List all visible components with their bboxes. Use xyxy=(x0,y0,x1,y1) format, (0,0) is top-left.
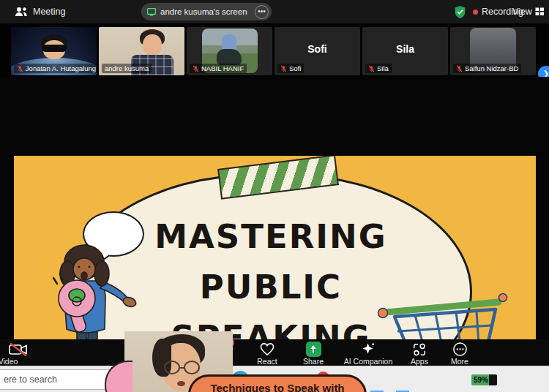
participants-strip: Jonatan A. Hutagalung andre kusuma xyxy=(0,23,549,77)
photo-motorbike xyxy=(217,49,242,65)
muted-mic-icon xyxy=(368,65,375,72)
share-options-icon[interactable]: ••• xyxy=(255,5,269,19)
zoom-control-toolbar: Video 43 Participants 2 Chat xyxy=(0,339,549,366)
participant-name: Saifun Nidzar-BD xyxy=(465,64,518,72)
share-button[interactable]: Share xyxy=(288,342,339,366)
participant-tile-sofi[interactable]: Sofi Sofi xyxy=(274,27,360,75)
participant-tile-saifun[interactable]: Saifun Nidzar-BD xyxy=(450,27,536,75)
video-off-icon xyxy=(9,342,28,357)
shared-screen-label: andre kusuma's screen xyxy=(160,7,250,16)
subtitle-line1: Techniques to Speak with xyxy=(190,381,365,392)
more-dots-icon xyxy=(452,342,468,357)
glasses xyxy=(164,361,200,374)
share-screen-icon xyxy=(306,342,321,357)
zoom-meeting-window: Meeting andre kusuma's screen ••• Record… xyxy=(0,0,549,392)
muted-mic-icon xyxy=(17,65,23,72)
participant-name: Sila xyxy=(377,64,389,72)
participant-name-tag: andre kusuma xyxy=(102,64,152,73)
participant-name-tag: NABIL HANIF xyxy=(190,64,247,73)
ai-companion-button[interactable]: AI Companion xyxy=(339,342,397,366)
shared-screen-area: MASTERING PUBLIC SPEAKING Techniques to … xyxy=(0,77,549,339)
meeting-label: Meeting xyxy=(33,0,65,23)
muted-mic-icon xyxy=(456,65,463,72)
ai-companion-sparkle-icon xyxy=(361,342,376,357)
face xyxy=(143,34,162,56)
shared-screen-pill[interactable]: andre kusuma's screen ••• xyxy=(141,3,272,20)
muted-mic-icon xyxy=(280,65,287,72)
ai-companion-label: AI Companion xyxy=(339,357,397,366)
slide-title-line1: MASTERING xyxy=(70,211,472,262)
participant-tile-sila[interactable]: Sila Sila xyxy=(362,27,448,75)
participant-name-tag: Sila xyxy=(365,64,392,73)
view-label[interactable]: View xyxy=(512,0,532,23)
participant-name: andre kusuma xyxy=(105,64,149,72)
sunglasses-icon xyxy=(42,45,67,52)
react-button[interactable]: React xyxy=(242,342,293,366)
participant-name-tag: Jonatan A. Hutagalung xyxy=(14,64,97,73)
participant-tile-jonatan[interactable]: Jonatan A. Hutagalung xyxy=(11,27,97,75)
meeting-icon xyxy=(15,6,28,18)
video-button[interactable]: Video xyxy=(0,342,34,366)
shared-screen-icon xyxy=(147,8,156,16)
slide-title-line2: PUBLIC xyxy=(70,262,472,312)
participant-name: Jonatan A. Hutagalung xyxy=(26,64,96,72)
participant-display-name: Sofi xyxy=(274,43,360,55)
participant-name: Sofi xyxy=(289,64,301,72)
participant-tile-nabil[interactable]: NABIL HANIF xyxy=(187,27,272,75)
participant-name-tag: Sofi xyxy=(277,64,304,73)
taskbar-search-input[interactable]: ere to search xyxy=(0,369,113,390)
slide-subtitle-banner: Techniques to Speak with Confidence and … xyxy=(188,374,367,392)
participant-display-name: Sila xyxy=(362,43,448,55)
more-button[interactable]: More xyxy=(434,342,485,366)
meeting-top-bar: Meeting andre kusuma's screen ••• Record… xyxy=(0,0,549,23)
recording-dot-icon xyxy=(473,10,478,15)
more-label: More xyxy=(434,357,485,366)
react-label: React xyxy=(242,357,293,366)
participant-name: NABIL HANIF xyxy=(201,64,244,72)
heart-icon xyxy=(259,342,275,356)
muted-mic-icon xyxy=(193,65,199,72)
battery-indicator[interactable]: 59% xyxy=(471,374,497,385)
participant-name-tag: Saifun Nidzar-BD xyxy=(453,64,521,73)
mouth xyxy=(177,381,185,386)
battery-percent: 59% xyxy=(474,376,488,384)
apps-icon xyxy=(412,342,427,357)
video-label: Video xyxy=(0,357,34,366)
share-label: Share xyxy=(288,357,339,366)
participant-tile-andre[interactable]: andre kusuma xyxy=(99,27,184,75)
battery-empty-segment xyxy=(489,374,497,385)
security-shield-icon[interactable] xyxy=(454,5,466,19)
view-grid-icon[interactable] xyxy=(535,7,545,16)
